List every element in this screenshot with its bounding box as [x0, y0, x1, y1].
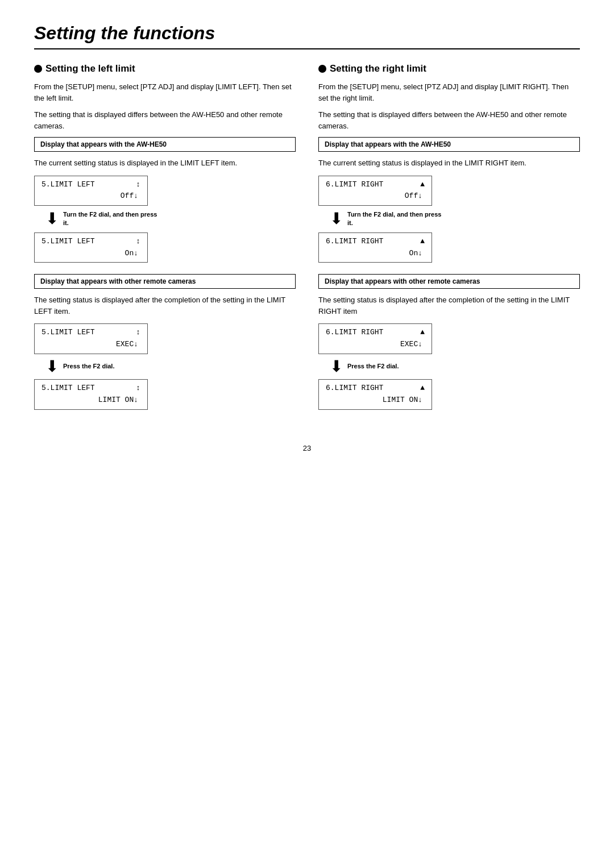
right-arrow-1: ⬇ Turn the F2 dial, and then press it.: [330, 210, 580, 228]
down-arrow-icon-4: ⬇: [330, 359, 343, 375]
right-screen-3: 6.LIMIT RIGHT ▲ EXEC↓: [318, 323, 432, 354]
left-screen-4: 5.LIMIT LEFT ↕ LIMIT ON↓: [34, 379, 148, 410]
right-diagram-group-1: 6.LIMIT RIGHT ▲ Off↓ ⬇ Turn the F2 dial,…: [318, 176, 580, 263]
left-other-cameras-box: Display that appears with other remote c…: [34, 274, 296, 289]
bullet-icon: [34, 65, 42, 73]
down-arrow-icon-3: ⬇: [330, 211, 343, 227]
down-arrow-icon-2: ⬇: [45, 359, 59, 375]
right-setting-diff: The setting that is displayed differs be…: [318, 109, 580, 131]
right-intro: From the [SETUP] menu, select [PTZ ADJ] …: [318, 81, 580, 103]
page-title: Setting the functions: [34, 23, 580, 49]
right-aw-he50-body: The current setting status is displayed …: [318, 157, 580, 169]
right-section-heading: Setting the right limit: [318, 63, 580, 74]
right-other-cameras-body: The setting status is displayed after th…: [318, 294, 580, 317]
right-other-cameras-box: Display that appears with other remote c…: [318, 274, 580, 289]
left-screen-3: 5.LIMIT LEFT ↕ EXEC↓: [34, 323, 148, 354]
left-screen-1: 5.LIMIT LEFT ↕ Off↓: [34, 176, 148, 206]
right-diagram-group-2: 6.LIMIT RIGHT ▲ EXEC↓ ⬇ Press the F2 dia…: [318, 323, 580, 409]
right-arrow-2: ⬇ Press the F2 dial.: [330, 359, 580, 375]
left-setting-diff: The setting that is displayed differs be…: [34, 109, 296, 131]
left-section-heading: Setting the left limit: [34, 63, 296, 74]
left-aw-he50-box: Display that appears with the AW-HE50: [34, 137, 296, 152]
page-number: 23: [34, 444, 580, 452]
left-column: Setting the left limit From the [SETUP] …: [34, 63, 296, 421]
left-screen-2: 5.LIMIT LEFT ↕ On↓: [34, 232, 148, 263]
down-arrow-icon: ⬇: [45, 211, 59, 227]
right-aw-he50-box: Display that appears with the AW-HE50: [318, 137, 580, 152]
left-diagram-group-2: 5.LIMIT LEFT ↕ EXEC↓ ⬇ Press the F2 dial…: [34, 323, 296, 409]
bullet-icon-right: [318, 65, 326, 73]
left-arrow-2: ⬇ Press the F2 dial.: [45, 359, 296, 375]
left-other-cameras-body: The setting status is displayed after th…: [34, 294, 296, 317]
left-intro: From the [SETUP] menu, select [PTZ ADJ] …: [34, 81, 296, 103]
main-content: Setting the left limit From the [SETUP] …: [34, 63, 580, 421]
left-arrow-1: ⬇ Turn the F2 dial, and then press it.: [45, 210, 296, 228]
left-diagram-group-1: 5.LIMIT LEFT ↕ Off↓ ⬇ Turn the F2 dial, …: [34, 176, 296, 263]
right-screen-1: 6.LIMIT RIGHT ▲ Off↓: [318, 176, 432, 206]
left-aw-he50-body: The current setting status is displayed …: [34, 157, 296, 169]
right-screen-2: 6.LIMIT RIGHT ▲ On↓: [318, 232, 432, 263]
right-screen-4: 6.LIMIT RIGHT ▲ LIMIT ON↓: [318, 379, 432, 410]
right-column: Setting the right limit From the [SETUP]…: [318, 63, 580, 421]
